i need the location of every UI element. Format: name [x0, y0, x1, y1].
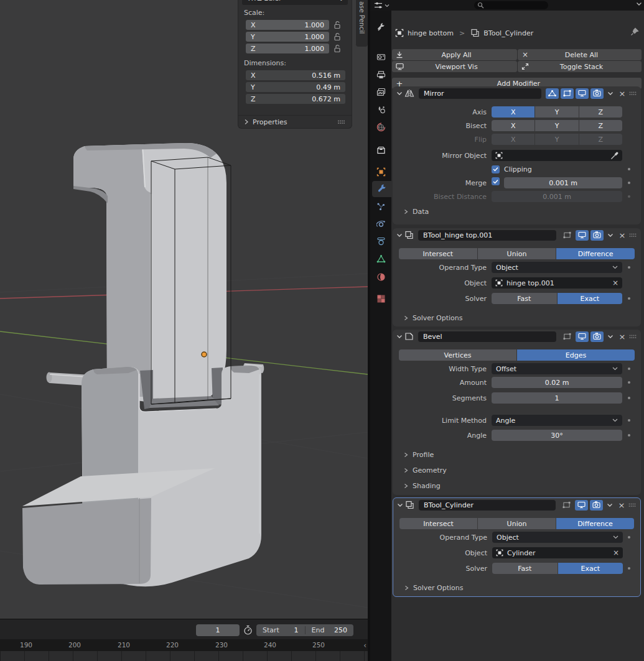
- tab-view-layer[interactable]: [370, 84, 391, 100]
- tab-constraints[interactable]: [370, 233, 391, 249]
- remove-modifier-icon[interactable]: ×: [617, 501, 627, 510]
- solver-fast-button[interactable]: Fast: [492, 293, 557, 304]
- edit-mode-toggle[interactable]: [561, 230, 574, 241]
- breadcrumb-modifier[interactable]: BTool_Cylinder: [483, 29, 533, 37]
- rotation-mode-dropdown[interactable]: XYZ Euler⌄: [242, 0, 348, 5]
- bisect-x-button[interactable]: X: [492, 120, 534, 131]
- realtime-display-toggle[interactable]: [576, 331, 589, 342]
- eyedropper-icon[interactable]: [610, 152, 618, 160]
- collapse-chevron-icon[interactable]: [397, 503, 403, 507]
- tab-particles[interactable]: [370, 198, 391, 215]
- edit-mode-toggle[interactable]: [561, 88, 574, 99]
- drag-handle-dots[interactable]: [629, 334, 637, 340]
- tab-material[interactable]: [370, 269, 391, 285]
- shading-subpanel-header[interactable]: Shading: [393, 480, 641, 492]
- segments-field[interactable]: 1: [492, 392, 622, 404]
- tab-object-data[interactable]: [370, 251, 391, 267]
- sidebar-tab-grease-pencil[interactable]: ase Pencil: [355, 0, 368, 47]
- scale-x-field[interactable]: X 1.000: [246, 20, 329, 30]
- collapse-chevron-icon[interactable]: [396, 233, 403, 238]
- width-type-dropdown[interactable]: Offset: [492, 363, 622, 374]
- timeline-ruler[interactable]: 190 200 210 220 230 240 250: [0, 639, 368, 651]
- collapse-chevron-icon[interactable]: [396, 91, 403, 96]
- edit-mode-toggle[interactable]: [561, 331, 574, 342]
- edit-mode-toggle[interactable]: [560, 500, 573, 511]
- render-display-toggle[interactable]: [590, 230, 604, 241]
- tab-object[interactable]: [370, 164, 391, 180]
- apply-all-button[interactable]: Apply All: [392, 49, 517, 60]
- end-frame-field[interactable]: End 250: [305, 626, 354, 634]
- realtime-display-toggle[interactable]: [575, 500, 588, 511]
- realtime-display-toggle[interactable]: [576, 230, 589, 241]
- solver-exact-button[interactable]: Exact: [558, 563, 623, 574]
- auto-keying-stopwatch-icon[interactable]: [243, 625, 253, 636]
- render-display-toggle[interactable]: [590, 88, 604, 99]
- axis-y-button[interactable]: Y: [535, 106, 578, 118]
- collapse-chevron-icon[interactable]: [396, 335, 403, 339]
- dimension-z-field[interactable]: Z 0.672 m: [246, 94, 345, 104]
- drag-handle-dots[interactable]: [337, 119, 346, 125]
- modifier-name-field[interactable]: Mirror: [419, 88, 541, 99]
- solver-options-subpanel-header[interactable]: Solver Options: [393, 312, 641, 324]
- scale-y-field[interactable]: Y 1.000: [246, 32, 329, 42]
- amount-field[interactable]: 0.02 m: [492, 377, 622, 388]
- delete-all-button[interactable]: × Delete All: [518, 49, 642, 60]
- render-display-toggle[interactable]: [590, 331, 604, 342]
- tab-world[interactable]: [370, 119, 391, 135]
- difference-button[interactable]: Difference: [556, 518, 634, 529]
- header-menu-chevron-icon[interactable]: [636, 2, 642, 6]
- merge-checkbox[interactable]: [492, 177, 500, 185]
- tab-output[interactable]: [370, 67, 391, 83]
- clear-object-icon[interactable]: ×: [612, 279, 618, 287]
- scale-z-field[interactable]: Z 1.000: [246, 44, 329, 53]
- tab-render[interactable]: [370, 49, 391, 65]
- remove-modifier-icon[interactable]: ×: [617, 89, 627, 98]
- modifier-name-field[interactable]: BTool_Cylinder: [419, 500, 556, 511]
- bisect-y-button[interactable]: Y: [535, 120, 578, 131]
- dimension-x-field[interactable]: X 0.516 m: [246, 70, 345, 80]
- current-frame-field[interactable]: 1: [196, 624, 240, 636]
- drag-handle-dots[interactable]: [629, 233, 637, 238]
- modifier-name-field[interactable]: Bevel: [418, 331, 556, 342]
- tab-scene[interactable]: [370, 101, 391, 118]
- start-frame-field[interactable]: Start 1: [256, 626, 305, 634]
- edges-button[interactable]: Edges: [517, 349, 635, 361]
- intersect-button[interactable]: Intersect: [399, 248, 477, 259]
- collapse-arrow-icon[interactable]: ‹: [363, 641, 366, 650]
- render-display-toggle[interactable]: [590, 500, 603, 511]
- vertices-button[interactable]: Vertices: [399, 349, 516, 361]
- mirror-object-field[interactable]: [492, 150, 622, 161]
- operand-type-dropdown[interactable]: Object: [492, 532, 623, 543]
- axis-z-button[interactable]: Z: [579, 106, 622, 118]
- tab-tool[interactable]: [370, 19, 391, 35]
- operand-object-field[interactable]: Cylinder ×: [492, 547, 623, 558]
- timeline-editor[interactable]: 1 Start 1 End 250 190 200 210 220 230 24…: [0, 619, 368, 661]
- operand-object-field[interactable]: hinge top.001 ×: [492, 277, 622, 289]
- clipping-checkbox[interactable]: [492, 165, 500, 173]
- operand-type-dropdown[interactable]: Object: [492, 262, 622, 273]
- extras-chevron-icon[interactable]: [605, 503, 615, 507]
- difference-button[interactable]: Difference: [556, 248, 635, 259]
- tab-collection[interactable]: [370, 142, 391, 158]
- extras-chevron-icon[interactable]: [605, 233, 615, 238]
- remove-modifier-icon[interactable]: ×: [617, 231, 627, 240]
- solver-options-subpanel-header[interactable]: Solver Options: [393, 582, 640, 594]
- limit-method-dropdown[interactable]: Angle: [492, 415, 622, 426]
- timeline-tracks-area[interactable]: [0, 651, 368, 661]
- lock-scale-y-icon[interactable]: [332, 32, 342, 42]
- extras-chevron-icon[interactable]: [605, 335, 615, 339]
- bisect-z-button[interactable]: Z: [579, 120, 622, 131]
- data-subpanel-header[interactable]: Data: [393, 206, 641, 218]
- angle-field[interactable]: 30°: [492, 430, 622, 441]
- lock-scale-z-icon[interactable]: [332, 44, 342, 53]
- editor-type-button[interactable]: [374, 1, 390, 9]
- tab-physics[interactable]: [370, 216, 391, 232]
- breadcrumb-object[interactable]: hinge bottom: [408, 29, 454, 37]
- extras-chevron-icon[interactable]: [605, 91, 615, 96]
- intersect-button[interactable]: Intersect: [399, 518, 477, 529]
- merge-threshold-field[interactable]: 0.001 m: [504, 177, 622, 188]
- viewport-vis-button[interactable]: Viewport Vis: [392, 61, 517, 72]
- drag-handle-dots[interactable]: [629, 91, 637, 96]
- pin-icon[interactable]: [630, 27, 639, 36]
- profile-subpanel-header[interactable]: Profile: [393, 449, 641, 461]
